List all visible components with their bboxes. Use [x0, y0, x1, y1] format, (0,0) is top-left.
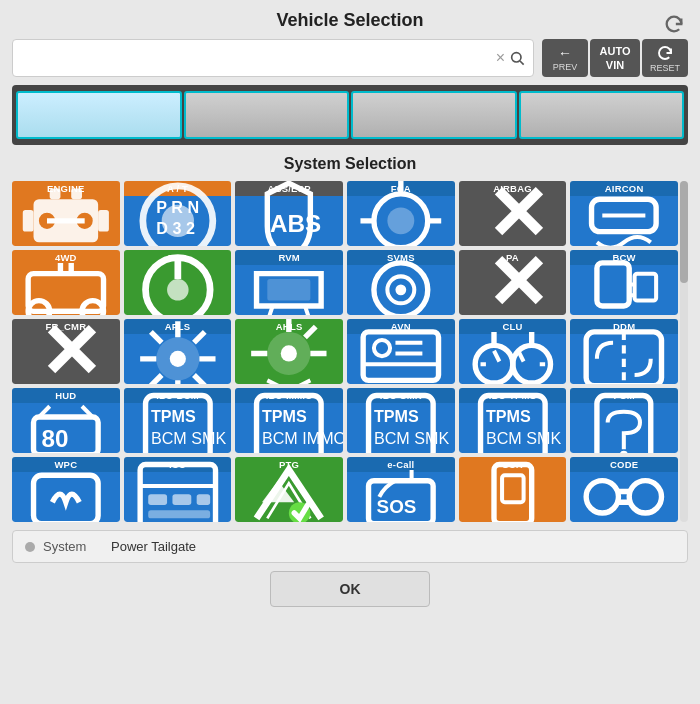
cell-icon-CLU	[459, 334, 567, 384]
svg-line-70	[494, 351, 499, 362]
grid-item-absesp[interactable]: ABS/ESP ABS	[235, 181, 343, 246]
selector-item-4[interactable]	[519, 91, 685, 139]
grid-item-airbag[interactable]: AIRBAG ✕	[459, 181, 567, 246]
grid-item-ibu-bcm[interactable]: IBU-BCM TPMS BCM SMK	[124, 388, 232, 453]
ok-button[interactable]: OK	[270, 571, 430, 607]
grid-item-ibu-smk[interactable]: IBU-SMK TPMS BCM SMK	[347, 388, 455, 453]
cell-icon-PA: ✕	[459, 265, 567, 315]
svg-text:km/h: km/h	[42, 451, 77, 453]
svg-text:TPMS: TPMS	[374, 408, 419, 426]
search-box[interactable]: ×	[12, 39, 534, 77]
grid-item-ecall[interactable]: e-Call SOS	[347, 457, 455, 522]
svg-line-1	[520, 61, 524, 65]
clear-icon[interactable]: ×	[496, 49, 505, 67]
grid-item-avn[interactable]: AVN	[347, 319, 455, 384]
cell-icon-WPC	[12, 472, 120, 522]
svg-rect-38	[597, 263, 629, 306]
cell-icon-PSM	[570, 403, 678, 453]
grid-item-svms[interactable]: SVMS	[347, 250, 455, 315]
grid-item-pa[interactable]: PA ✕	[459, 250, 567, 315]
svg-line-71	[518, 351, 523, 362]
search-input[interactable]	[21, 50, 496, 66]
grid-item-4wd[interactable]: 4WD	[12, 250, 120, 315]
svg-text:D 3 2: D 3 2	[156, 219, 195, 237]
svg-rect-33	[268, 279, 311, 301]
svg-line-56	[305, 327, 316, 338]
svg-text:P R N: P R N	[156, 198, 199, 216]
cell-icon-IBU-IMMO: TPMS BCM IMMO	[235, 403, 343, 453]
grid-item-ddm[interactable]: DDM	[570, 319, 678, 384]
svg-text:TPMS: TPMS	[262, 408, 307, 426]
grid-item-scr[interactable]: SCR UREA	[459, 457, 567, 522]
grid-item-clu[interactable]: CLU	[459, 319, 567, 384]
grid-item-at[interactable]: A / T P R N D 3 2	[124, 181, 232, 246]
grid-item-rvm[interactable]: RVM	[235, 250, 343, 315]
scrollbar-thumb[interactable]	[680, 181, 688, 283]
svg-rect-5	[50, 189, 61, 200]
svg-text:ABS: ABS	[270, 210, 321, 237]
grid-item-afls[interactable]: AFLS	[124, 319, 232, 384]
system-selection-title: System Selection	[12, 155, 688, 173]
grid-item-psm[interactable]: PSM	[570, 388, 678, 453]
cell-icon-ABSESP: ABS	[235, 196, 343, 246]
grid-item-fca[interactable]: FCA	[347, 181, 455, 246]
cell-icon-SVMS	[347, 265, 455, 315]
system-grid: ENGINE A / T P R N D 3 2 ABS/ESP AB	[12, 181, 688, 522]
prev-button[interactable]: ← PREV	[542, 39, 588, 77]
grid-item-eps[interactable]: EPS	[124, 250, 232, 315]
svg-text:BCM SMK: BCM SMK	[486, 429, 562, 447]
grid-item-icu[interactable]: ICU	[124, 457, 232, 522]
grid-item-ibu-tpms[interactable]: IBU-TPMS TPMS BCM SMK	[459, 388, 567, 453]
selector-item-1[interactable]	[16, 91, 182, 139]
grid-item-engine[interactable]: ENGINE	[12, 181, 120, 246]
cell-icon-4WD	[12, 265, 120, 315]
status-value: Power Tailgate	[111, 539, 196, 554]
grid-item-ibu-immo[interactable]: IBU-IMMO TPMS BCM IMMO	[235, 388, 343, 453]
nav-buttons: ← PREV AUTO VIN RESET	[542, 39, 688, 77]
svg-rect-99	[196, 494, 209, 505]
status-dot	[25, 542, 35, 552]
svg-text:BCM IMMO: BCM IMMO	[262, 429, 343, 447]
selector-bar	[12, 85, 688, 145]
cell-icon-IBU-SMK: TPMS BCM SMK	[347, 403, 455, 453]
svg-rect-59	[363, 332, 438, 380]
cell-icon-FCA	[347, 196, 455, 246]
cell-icon-IBU-BCM: TPMS BCM SMK	[124, 403, 232, 453]
cell-icon-RVM	[235, 265, 343, 315]
svg-rect-105	[494, 465, 532, 522]
svg-rect-4	[98, 210, 109, 232]
grid-item-hud[interactable]: HUD 80 km/h	[12, 388, 120, 453]
status-system-label: System	[43, 539, 103, 554]
ok-row: OK	[12, 571, 688, 607]
status-bar: System Power Tailgate	[12, 530, 688, 563]
grid-item-wpc[interactable]: WPC	[12, 457, 120, 522]
cell-icon-SCR: UREA	[459, 472, 567, 522]
svg-text:✕: ✕	[39, 319, 102, 384]
grid-item-aircon[interactable]: AIRCON	[570, 181, 678, 246]
svg-rect-97	[148, 494, 167, 505]
cell-icon-ICU	[124, 472, 232, 522]
svg-text:80: 80	[42, 425, 69, 452]
grid-item-fr_cmr[interactable]: FR_CMR ✕	[12, 319, 120, 384]
selector-item-3[interactable]	[351, 91, 517, 139]
grid-item-ahls[interactable]: AHLS	[235, 319, 343, 384]
grid-item-bcw[interactable]: BCW	[570, 250, 678, 315]
selector-item-2[interactable]	[184, 91, 350, 139]
reset-icon	[656, 44, 674, 62]
refresh-icon[interactable]	[660, 10, 688, 38]
main-container: Vehicle Selection × ← PREV AUTO VIN	[0, 0, 700, 704]
scrollbar-track[interactable]	[680, 181, 688, 522]
reset-button[interactable]: RESET	[642, 39, 688, 77]
cell-icon-BCW	[570, 265, 678, 315]
grid-item-ptg[interactable]: PTG	[235, 457, 343, 522]
cell-icon-CODE	[570, 472, 678, 522]
grid-item-code[interactable]: CODE	[570, 457, 678, 522]
auto-vin-button[interactable]: AUTO VIN	[590, 39, 640, 77]
cell-icon-eCall: SOS	[347, 472, 455, 522]
svg-rect-98	[172, 494, 191, 505]
svg-text:BCM SMK: BCM SMK	[151, 429, 227, 447]
svg-point-93	[620, 451, 628, 453]
svg-point-16	[387, 208, 414, 235]
svg-point-31	[167, 279, 189, 301]
svg-line-52	[151, 332, 162, 343]
